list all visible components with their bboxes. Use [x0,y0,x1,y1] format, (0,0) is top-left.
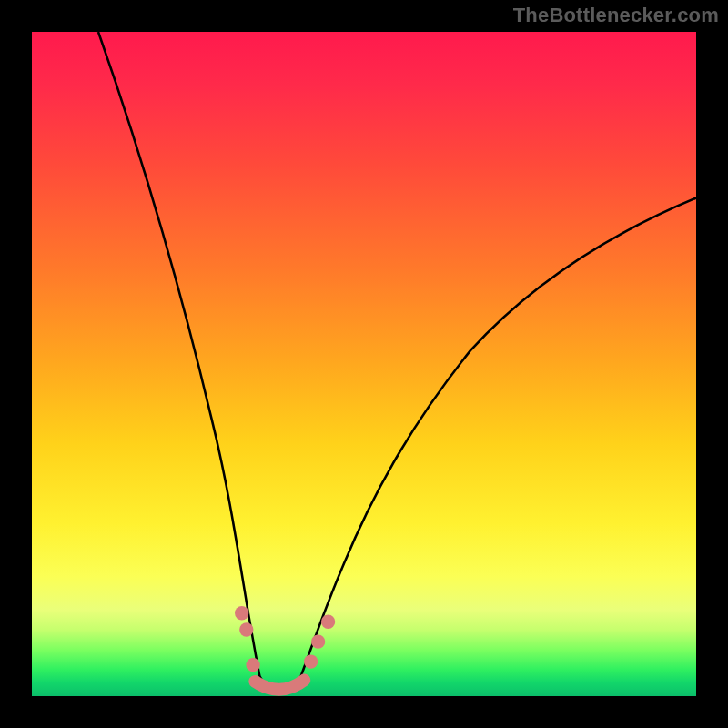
marker-dot [246,658,259,672]
valley-blob [255,680,304,689]
bottleneck-curve-right [301,198,696,677]
marker-dot [239,622,253,636]
chart-svg [32,32,696,696]
watermark-text: TheBottlenecker.com [513,4,719,27]
bottleneck-curve-left [98,32,259,676]
marker-dot [321,615,335,629]
chart-plot-area [32,32,696,696]
chart-curve [98,32,696,691]
marker-dot [311,634,325,648]
marker-dot [235,606,248,620]
marker-dot [304,654,318,668]
chart-frame: TheBottlenecker.com [0,0,728,728]
